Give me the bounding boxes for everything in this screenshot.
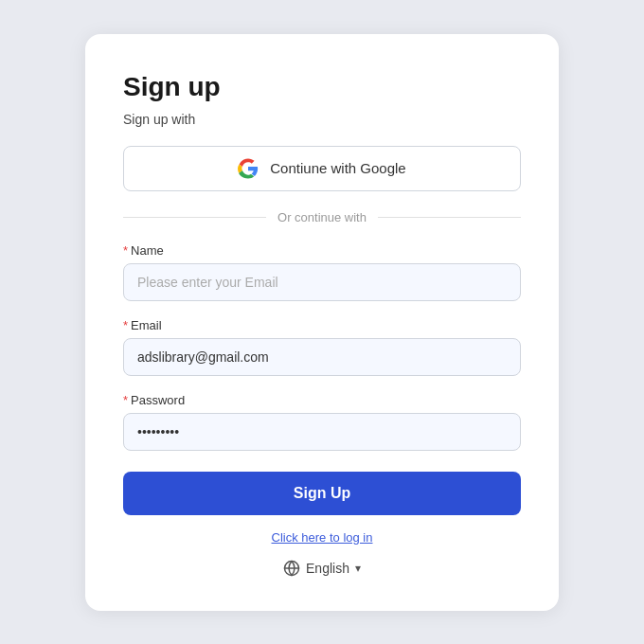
name-field-group: * Name xyxy=(123,243,521,301)
page-subtitle: Sign up with xyxy=(123,112,521,127)
google-signin-button[interactable]: Contiune with Google xyxy=(123,146,521,191)
language-selector[interactable]: English ▾ xyxy=(123,560,521,577)
password-input[interactable] xyxy=(123,413,521,451)
email-field-group: * Email xyxy=(123,318,521,376)
password-required-star: * xyxy=(123,393,128,407)
page-title: Sign up xyxy=(123,72,521,102)
name-required-star: * xyxy=(123,243,128,258)
divider: Or continue with xyxy=(123,210,521,224)
email-input[interactable] xyxy=(123,338,521,376)
chevron-down-icon: ▾ xyxy=(355,562,361,575)
login-link[interactable]: Clіck here to log in xyxy=(123,530,521,545)
email-label: * Email xyxy=(123,318,521,332)
globe-icon xyxy=(283,560,300,577)
signup-button[interactable]: Sign Up xyxy=(123,472,521,515)
divider-text: Or continue with xyxy=(277,210,367,224)
email-required-star: * xyxy=(123,318,128,332)
language-label: English xyxy=(306,561,349,576)
google-logo-icon xyxy=(238,158,259,179)
name-label: * Name xyxy=(123,243,521,258)
signup-card: Sign up Sign up with Contiune with Googl… xyxy=(85,34,559,611)
google-button-label: Contiune with Google xyxy=(270,160,405,176)
name-input[interactable] xyxy=(123,263,521,301)
password-label: * Password xyxy=(123,393,521,407)
password-field-group: * Password xyxy=(123,393,521,451)
divider-left-line xyxy=(123,217,266,218)
divider-right-line xyxy=(378,217,521,218)
